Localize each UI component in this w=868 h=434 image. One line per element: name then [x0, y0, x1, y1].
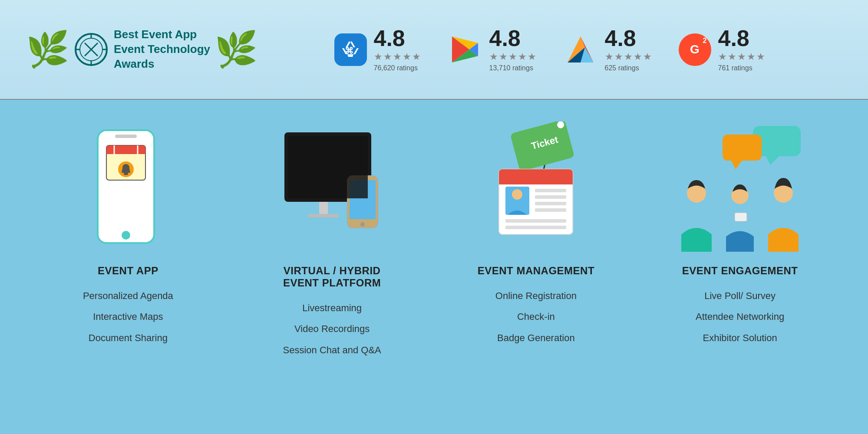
appstore-score: 4.8 [374, 27, 422, 49]
svg-rect-30 [319, 202, 328, 215]
event-management-features: Online Registration Check-in Badge Gener… [495, 286, 577, 349]
svg-rect-36 [288, 136, 368, 198]
feature-item: Interactive Maps [83, 306, 173, 327]
svg-rect-47 [535, 195, 566, 199]
feature-item: Livestreaming [283, 298, 381, 319]
capterra-rating-info: 4.8 ★★★★★ 625 ratings [605, 27, 653, 72]
event-app-title: EVENT APP [98, 265, 158, 277]
appstore-rating-info: 4.8 ★★★★★ 76,620 ratings [374, 27, 422, 72]
capterra-rating: 4.8 ★★★★★ 625 ratings [563, 27, 653, 72]
event-management-title: EVENT MANAGEMENT [478, 265, 594, 277]
g2-rating: G2 4.8 ★★★★★ 761 ratings [679, 27, 766, 72]
capterra-icon [563, 32, 598, 67]
g2-stars: ★★★★★ [718, 51, 766, 62]
g2-count: 761 ratings [718, 64, 766, 72]
appstore-icon: ⌘ [334, 33, 367, 66]
appstore-rating: ⌘ 4.8 ★★★★★ 76,620 ratings [334, 27, 422, 72]
feature-item: Online Registration [495, 286, 577, 306]
capterra-count: 625 ratings [605, 64, 653, 72]
svg-rect-43 [499, 178, 573, 184]
award-section: 🌿 Best Event App Event Technology Awards… [26, 27, 258, 71]
award-badge: Best Event App Event Technology Awards [69, 27, 215, 71]
svg-rect-51 [505, 226, 566, 229]
event-engagement-column: EVENT ENGAGEMENT Live Poll/ Survey Atten… [638, 117, 842, 425]
capterra-stars: ★★★★★ [605, 51, 653, 62]
svg-rect-31 [308, 214, 339, 217]
g2-icon: G2 [679, 33, 711, 66]
svg-rect-59 [735, 213, 747, 221]
playstore-stars: ★★★★★ [489, 51, 537, 62]
playstore-icon [448, 32, 482, 67]
virtual-hybrid-illustration [271, 117, 393, 256]
event-app-features: Personalized Agenda Interactive Maps Doc… [83, 286, 173, 349]
event-management-illustration: Ticket [475, 117, 597, 256]
playstore-rating: 4.8 ★★★★★ 13,710 ratings [448, 27, 537, 72]
svg-rect-48 [535, 202, 566, 205]
feature-item: Video Recordings [283, 319, 381, 339]
laurel-left-icon: 🌿 [26, 32, 69, 67]
svg-rect-54 [723, 135, 762, 161]
playstore-score: 4.8 [489, 27, 537, 49]
feature-item: Attendee Networking [696, 306, 784, 327]
feature-item: Session Chat and Q&A [283, 340, 381, 361]
svg-rect-50 [505, 219, 566, 223]
feature-item: Badge Generation [495, 328, 577, 349]
virtual-hybrid-column: VIRTUAL / HYBRID EVENT PLATFORM Livestre… [230, 117, 434, 425]
event-app-illustration [80, 117, 176, 256]
appstore-stars: ★★★★★ [374, 51, 422, 62]
header-section: 🌿 Best Event App Event Technology Awards… [0, 0, 868, 100]
svg-rect-22 [106, 150, 145, 154]
g2-score: 4.8 [718, 27, 766, 49]
virtual-hybrid-features: Livestreaming Video Recordings Session C… [283, 298, 381, 361]
svg-point-27 [125, 165, 127, 168]
feature-item: Check-in [495, 306, 577, 327]
appstore-count: 76,620 ratings [374, 64, 422, 72]
laurel-right-icon: 🌿 [215, 32, 258, 67]
feature-item: Live Poll/ Survey [696, 286, 784, 306]
svg-point-34 [360, 222, 365, 227]
playstore-count: 13,710 ratings [489, 64, 537, 72]
svg-rect-18 [115, 135, 137, 138]
feature-item: Personalized Agenda [83, 286, 173, 306]
award-text: Best Event App Event Technology Awards [114, 27, 210, 71]
event-engagement-title: EVENT ENGAGEMENT [682, 265, 798, 277]
svg-rect-46 [535, 189, 566, 192]
virtual-hybrid-title: VIRTUAL / HYBRID EVENT PLATFORM [283, 265, 381, 289]
svg-marker-53 [766, 156, 779, 165]
capterra-score: 4.8 [605, 27, 653, 49]
award-icon [74, 32, 109, 67]
svg-point-45 [512, 189, 522, 200]
event-engagement-features: Live Poll/ Survey Attendee Networking Ex… [696, 286, 784, 349]
svg-rect-49 [535, 208, 566, 212]
main-content: EVENT APP Personalized Agenda Interactiv… [0, 100, 868, 434]
svg-text:⌘: ⌘ [345, 46, 353, 56]
event-management-column: Ticket EVENT MANAGEMEN [434, 117, 638, 425]
feature-item: Exhibitor Solution [696, 328, 784, 349]
event-engagement-illustration [670, 117, 809, 256]
svg-marker-55 [731, 161, 742, 169]
ratings-section: ⌘ 4.8 ★★★★★ 76,620 ratings 4.8 ★★★★★ 13,… [258, 27, 842, 72]
event-app-column: EVENT APP Personalized Agenda Interactiv… [26, 117, 230, 425]
svg-rect-26 [124, 173, 128, 175]
g2-rating-info: 4.8 ★★★★★ 761 ratings [718, 27, 766, 72]
feature-item: Document Sharing [83, 328, 173, 349]
svg-point-19 [122, 231, 130, 240]
playstore-rating-info: 4.8 ★★★★★ 13,710 ratings [489, 27, 537, 72]
